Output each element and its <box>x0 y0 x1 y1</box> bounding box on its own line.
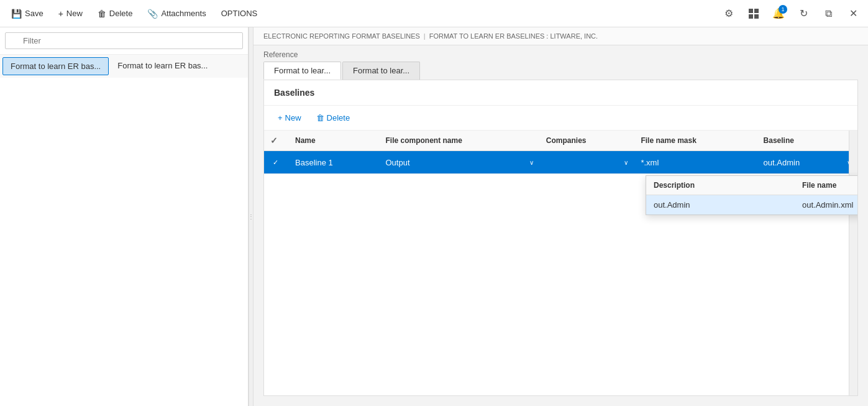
row-checkbox-cell[interactable]: ✓ <box>264 151 289 174</box>
reference-tab-1[interactable]: Format to lear... <box>263 62 341 80</box>
list-item[interactable]: Format to learn ER bas... <box>2 57 109 75</box>
save-icon: 💾 <box>11 9 22 19</box>
row-name-value: Baseline 1 <box>289 151 379 173</box>
col-header-file-mask[interactable]: File name mask <box>634 131 757 151</box>
check-header-icon: ✓ <box>270 136 278 145</box>
attachments-icon: 📎 <box>147 9 158 19</box>
save-button[interactable]: 💾 Save <box>5 5 50 22</box>
list-item[interactable]: Format to learn ER bas... <box>110 57 215 75</box>
reference-tab-2[interactable]: Format to lear... <box>342 62 420 80</box>
col-header-name[interactable]: Name <box>289 131 379 151</box>
col-header-baseline[interactable]: Baseline <box>757 131 857 151</box>
breadcrumb: ELECTRONIC REPORTING FORMAT BASELINES | … <box>254 27 868 45</box>
reference-section: Reference Format to lear... Format to le… <box>254 45 868 80</box>
popup-description: out.Admin <box>646 195 795 215</box>
baselines-container: Baselines + New 🗑 Delete ✓ <box>263 80 858 396</box>
row-checkbox-icon: ✓ <box>264 151 286 173</box>
baselines-new-button[interactable]: + New <box>272 111 308 125</box>
resize-handle[interactable]: ⋮ <box>249 27 254 406</box>
baselines-new-icon: + <box>278 113 283 122</box>
filter-bar: 🔍 <box>0 27 248 55</box>
row-name-cell: Baseline 1 <box>289 151 379 174</box>
file-component-chevron-icon: ∨ <box>529 159 534 166</box>
new-button[interactable]: + New <box>52 5 89 22</box>
baselines-delete-icon: 🗑 <box>316 113 324 122</box>
row-baseline-cell[interactable]: out.Admin ∨ <box>757 151 857 174</box>
reference-label: Reference <box>263 50 858 59</box>
baselines-header: Baselines <box>264 80 857 106</box>
filter-input[interactable] <box>5 32 243 49</box>
attachments-button[interactable]: 📎 Attachments <box>141 5 212 22</box>
check-mark: ✓ <box>270 157 281 168</box>
popup-col2-header: File name <box>795 176 857 195</box>
row-baseline-dropdown[interactable]: out.Admin ∨ <box>757 151 857 173</box>
popup-header: Description File name <box>646 176 857 195</box>
table-scrollbar[interactable] <box>849 131 857 395</box>
table-row[interactable]: ✓ Baseline 1 Output ∨ <box>264 151 857 174</box>
delete-button[interactable]: 🗑 Delete <box>91 5 139 22</box>
svg-rect-3 <box>754 14 759 19</box>
delete-icon: 🗑 <box>98 9 106 19</box>
close-icon[interactable]: ✕ <box>843 4 863 24</box>
filter-wrapper: 🔍 <box>5 32 243 49</box>
breadcrumb-separator: | <box>424 32 426 40</box>
new-icon: + <box>58 9 63 19</box>
row-file-mask-value: *.xml <box>634 151 757 173</box>
companies-chevron-icon: ∨ <box>624 159 628 166</box>
right-panel: ELECTRONIC REPORTING FORMAT BASELINES | … <box>254 27 868 406</box>
options-button[interactable]: OPTIONS <box>215 5 264 22</box>
row-companies-dropdown[interactable]: ∨ <box>540 151 635 173</box>
svg-rect-1 <box>754 9 759 13</box>
row-file-component-cell[interactable]: Output ∨ <box>379 151 539 174</box>
col-header-check: ✓ <box>264 131 289 151</box>
row-file-component-dropdown[interactable]: Output ∨ <box>379 151 539 173</box>
list-items: Format to learn ER bas... Format to lear… <box>0 55 248 78</box>
baselines-delete-button[interactable]: 🗑 Delete <box>310 111 357 125</box>
row-file-mask-cell: *.xml <box>634 151 757 174</box>
toolbar-right: ⚙ 🔔 1 ↻ ⧉ ✕ <box>719 4 863 24</box>
svg-rect-0 <box>749 9 753 13</box>
popup-row[interactable]: out.Admin out.Admin.xml <box>646 195 857 215</box>
breadcrumb-part2: FORMAT TO LEARN ER BASELINES : LITWARE, … <box>429 32 598 40</box>
row-companies-cell[interactable]: ∨ <box>540 151 635 174</box>
table-header-row: ✓ Name File component name Companies Fil… <box>264 131 857 151</box>
col-header-file-component[interactable]: File component name <box>379 131 539 151</box>
main-layout: 🔍 Format to learn ER bas... Format to le… <box>0 27 868 406</box>
baseline-dropdown-popup: Description File name out.Admin out.Admi… <box>646 175 857 215</box>
left-panel: 🔍 Format to learn ER bas... Format to le… <box>0 27 249 406</box>
table-wrapper: ✓ Name File component name Companies Fil… <box>264 131 857 395</box>
col-header-companies[interactable]: Companies <box>540 131 635 151</box>
restore-icon[interactable]: ⧉ <box>818 4 838 24</box>
svg-rect-2 <box>749 14 753 19</box>
breadcrumb-part1: ELECTRONIC REPORTING FORMAT BASELINES <box>263 32 420 40</box>
toolbar: 💾 Save + New 🗑 Delete 📎 Attachments OPTI… <box>0 0 868 27</box>
baselines-toolbar: + New 🗑 Delete <box>264 106 857 131</box>
baselines-table: ✓ Name File component name Companies Fil… <box>264 131 857 174</box>
settings-icon[interactable]: ⚙ <box>719 4 739 24</box>
notification-icon[interactable]: 🔔 1 <box>769 4 788 24</box>
office-icon[interactable] <box>744 4 764 24</box>
reference-tabs: Format to lear... Format to lear... <box>263 62 858 80</box>
popup-col1-header: Description <box>646 176 795 195</box>
notification-count: 1 <box>779 5 787 14</box>
refresh-icon[interactable]: ↻ <box>793 4 813 24</box>
popup-filename: out.Admin.xml <box>795 195 857 215</box>
